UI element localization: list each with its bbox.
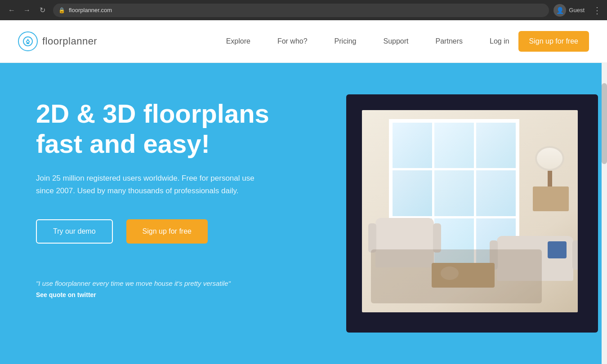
browser-menu-icon[interactable]: ⋮ [593, 5, 602, 16]
nav-item-for-who[interactable]: For who? [264, 37, 321, 45]
refresh-button[interactable]: ↻ [36, 4, 49, 17]
window-pane-3 [476, 123, 516, 168]
nav-links: Explore For who? Pricing Support Partner… [213, 37, 476, 45]
svg-rect-1 [27, 42, 29, 44]
forward-icon: → [23, 6, 31, 14]
nav-actions: Log in Sign up for free [490, 31, 589, 52]
scrollbar-thumb[interactable] [602, 83, 607, 164]
logo-icon [18, 31, 38, 51]
hero-subtitle: Join 25 million registered users worldwi… [36, 172, 270, 196]
svg-point-0 [23, 37, 32, 46]
refresh-icon: ↻ [40, 6, 45, 14]
browser-chrome: ← → ↻ 🔒 floorplanner.com 👤 Guest ⋮ [0, 0, 607, 20]
room-interior [362, 110, 578, 312]
hero-buttons: Try our demo Sign up for free [36, 219, 306, 244]
lamp-shade [535, 146, 564, 171]
window-pane-2 [434, 123, 474, 168]
armchair-arm-left [368, 223, 376, 253]
nav-item-explore[interactable]: Explore [213, 37, 264, 45]
armchair-arm-right [433, 223, 441, 253]
back-button[interactable]: ← [5, 4, 18, 17]
scrollbar[interactable] [602, 63, 607, 364]
navbar-signup-button[interactable]: Sign up for free [518, 31, 589, 52]
sofa-cushion [548, 241, 567, 258]
user-label: Guest [569, 7, 585, 13]
try-demo-button[interactable]: Try our demo [36, 219, 113, 244]
window-pane-5 [434, 170, 474, 216]
window-pane-6 [476, 170, 516, 216]
lamp-stem [548, 171, 552, 189]
back-icon: ← [8, 6, 15, 14]
window-pane-1 [393, 123, 432, 168]
lock-icon: 🔒 [58, 7, 65, 13]
hero-section: 2D & 3D floorplans fast and easy! Join 2… [0, 63, 607, 364]
login-button[interactable]: Log in [490, 37, 509, 45]
hero-content: 2D & 3D floorplans fast and easy! Join 2… [36, 99, 306, 299]
address-bar[interactable]: 🔒 floorplanner.com [53, 4, 549, 17]
user-avatar: 👤 [553, 4, 566, 17]
forward-button[interactable]: → [21, 4, 33, 17]
sofa-arm-right [572, 240, 578, 270]
side-table [533, 186, 569, 211]
window-pane-4 [393, 170, 432, 216]
rug [371, 249, 542, 303]
hero-quote: "I use floorplanner every time we move h… [36, 280, 306, 287]
nav-item-support[interactable]: Support [370, 37, 422, 45]
navbar: floorplanner Explore For who? Pricing Su… [0, 20, 607, 63]
logo-text: floorplanner [42, 36, 97, 47]
hero-signup-button[interactable]: Sign up for free [126, 219, 208, 244]
room-outer-frame [346, 94, 598, 333]
user-area: 👤 Guest [553, 4, 585, 17]
hero-image [342, 90, 607, 360]
nav-item-pricing[interactable]: Pricing [321, 37, 370, 45]
url-text: floorplanner.com [69, 7, 112, 13]
hero-title: 2D & 3D floorplans fast and easy! [36, 99, 306, 159]
logo-area[interactable]: floorplanner [18, 31, 97, 51]
browser-nav-buttons: ← → ↻ [5, 4, 49, 17]
twitter-quote-link[interactable]: See quote on twitter [36, 291, 96, 298]
nav-item-partners[interactable]: Partners [422, 37, 476, 45]
room-illustration [342, 90, 603, 351]
